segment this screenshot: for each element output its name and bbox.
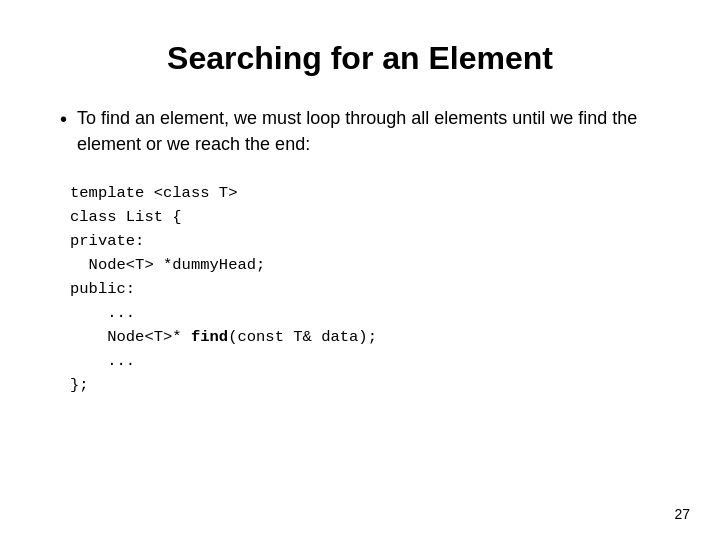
page-number: 27 [674, 506, 690, 522]
code-line-9: }; [70, 373, 660, 397]
bullet-text: To find an element, we must loop through… [77, 105, 660, 157]
code-line-4: Node<T> *dummyHead; [70, 253, 660, 277]
code-line-3: private: [70, 229, 660, 253]
code-line-1: template <class T> [70, 181, 660, 205]
slide: Searching for an Element • To find an el… [0, 0, 720, 540]
code-line-5: public: [70, 277, 660, 301]
code-line-8: ... [70, 349, 660, 373]
slide-title: Searching for an Element [60, 40, 660, 77]
code-line-2: class List { [70, 205, 660, 229]
bullet-dot: • [60, 105, 67, 134]
code-line-7: Node<T>* find(const T& data); [70, 325, 660, 349]
code-line-6: ... [70, 301, 660, 325]
code-block: template <class T> class List { private:… [60, 181, 660, 397]
bullet-section: • To find an element, we must loop throu… [60, 105, 660, 157]
bullet-item: • To find an element, we must loop throu… [60, 105, 660, 157]
